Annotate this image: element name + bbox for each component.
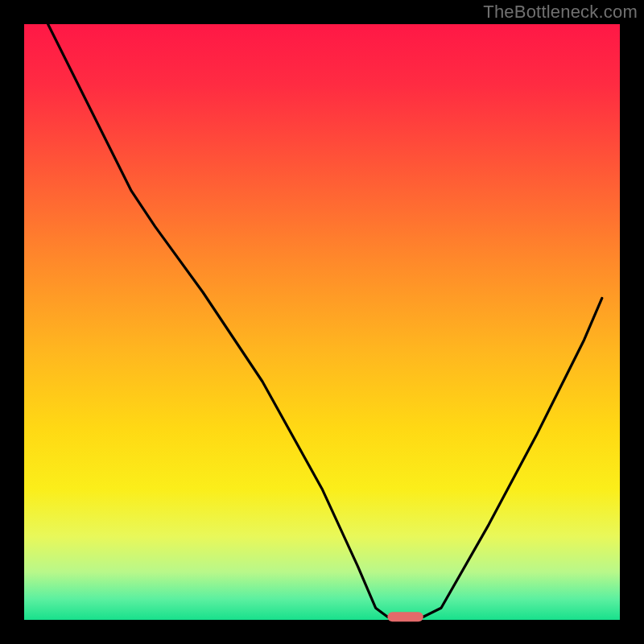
chart-frame: TheBottleneck.com bbox=[0, 0, 644, 644]
watermark-text: TheBottleneck.com bbox=[483, 2, 638, 23]
optimal-marker bbox=[387, 612, 423, 621]
plot-background bbox=[24, 24, 620, 620]
bottleneck-chart bbox=[0, 0, 644, 644]
